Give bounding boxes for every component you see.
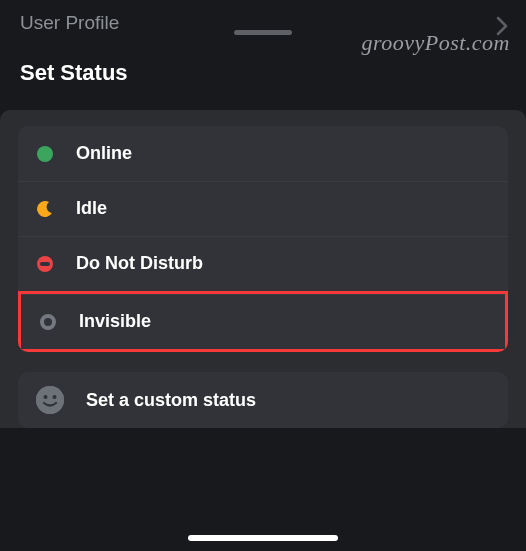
emoji-icon: [36, 386, 64, 414]
svg-point-1: [44, 395, 48, 399]
set-custom-status-button[interactable]: Set a custom status: [18, 372, 508, 428]
status-label: Online: [76, 143, 132, 164]
back-title: User Profile: [20, 12, 119, 34]
chevron-right-icon: [496, 16, 508, 40]
status-label: Do Not Disturb: [76, 253, 203, 274]
status-option-invisible[interactable]: Invisible: [18, 291, 508, 352]
page-title: Set Status: [0, 42, 526, 110]
svg-point-2: [53, 395, 57, 399]
dnd-icon: [36, 255, 54, 273]
status-option-idle[interactable]: Idle: [18, 181, 508, 236]
header-back-row[interactable]: User Profile: [0, 0, 526, 42]
invisible-icon: [39, 313, 57, 331]
status-label: Invisible: [79, 311, 151, 332]
status-sheet: Online Idle Do Not Disturb Invisible: [0, 110, 526, 428]
svg-point-0: [36, 386, 64, 414]
custom-status-label: Set a custom status: [86, 390, 256, 411]
home-indicator[interactable]: [188, 535, 338, 541]
status-option-dnd[interactable]: Do Not Disturb: [18, 236, 508, 291]
drag-handle[interactable]: [234, 30, 292, 35]
status-label: Idle: [76, 198, 107, 219]
online-icon: [36, 145, 54, 163]
status-list: Online Idle Do Not Disturb Invisible: [18, 126, 508, 352]
idle-icon: [36, 200, 54, 218]
status-option-online[interactable]: Online: [18, 126, 508, 181]
